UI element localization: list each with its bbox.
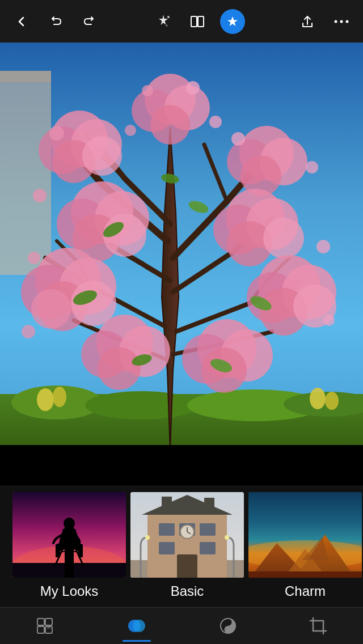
svg-point-24 — [82, 136, 122, 176]
svg-rect-109 — [248, 571, 362, 578]
main-image — [0, 43, 363, 445]
svg-point-106 — [225, 535, 229, 540]
svg-point-53 — [98, 347, 141, 390]
toolbar-left — [10, 10, 101, 33]
filter-label-charm: Charm — [248, 578, 362, 607]
svg-rect-97 — [159, 542, 175, 554]
svg-point-77 — [37, 388, 54, 411]
svg-rect-119 — [37, 626, 44, 633]
filter-item-my-looks[interactable]: My Looks — [12, 485, 126, 607]
svg-point-66 — [142, 85, 153, 96]
compare-button[interactable] — [186, 10, 209, 33]
svg-point-44 — [31, 289, 71, 329]
filter-thumb-charm — [248, 492, 362, 578]
svg-rect-87 — [62, 529, 76, 538]
svg-rect-96 — [200, 523, 216, 536]
svg-point-5 — [335, 20, 337, 23]
svg-point-69 — [231, 132, 245, 146]
svg-rect-3 — [198, 16, 204, 27]
svg-point-1 — [166, 24, 168, 26]
svg-point-7 — [346, 20, 349, 23]
svg-point-70 — [49, 126, 64, 141]
svg-point-71 — [306, 161, 318, 173]
svg-rect-117 — [37, 618, 44, 625]
selective-icon — [218, 616, 238, 635]
redo-button[interactable] — [78, 10, 101, 33]
svg-rect-2 — [191, 16, 197, 27]
crop-icon — [309, 616, 328, 635]
filter-label-basic: Basic — [130, 578, 244, 607]
svg-point-68 — [125, 125, 136, 136]
toolbar-center — [152, 9, 245, 34]
top-toolbar — [0, 0, 363, 43]
favorites-button[interactable] — [220, 9, 245, 34]
undo-button[interactable] — [44, 10, 67, 33]
svg-rect-83 — [12, 563, 126, 578]
svg-point-38 — [263, 218, 304, 259]
svg-point-125 — [227, 628, 230, 631]
svg-rect-10 — [0, 71, 51, 82]
filter-label-my-looks: My Looks — [12, 578, 126, 607]
filter-strip: My Looks — [0, 485, 363, 607]
nav-item-crop[interactable] — [309, 616, 328, 635]
svg-point-74 — [28, 252, 40, 264]
nav-item-edit[interactable] — [125, 615, 148, 637]
svg-point-124 — [227, 621, 230, 624]
share-button[interactable] — [296, 10, 319, 33]
svg-point-72 — [33, 189, 47, 202]
bottom-nav — [0, 607, 363, 644]
svg-point-75 — [323, 315, 335, 326]
svg-point-89 — [64, 518, 75, 529]
svg-rect-99 — [177, 554, 197, 578]
nav-item-selective[interactable] — [218, 616, 238, 635]
svg-point-79 — [310, 388, 326, 409]
presets-icon — [35, 616, 54, 635]
cherry-blossom-image — [0, 43, 363, 445]
svg-point-65 — [186, 81, 200, 95]
svg-rect-93 — [204, 498, 214, 515]
svg-point-122 — [133, 620, 145, 632]
svg-point-104 — [145, 535, 150, 540]
svg-point-6 — [340, 20, 343, 23]
svg-point-76 — [22, 325, 35, 338]
svg-rect-126 — [313, 621, 323, 631]
svg-point-78 — [53, 387, 66, 407]
svg-rect-98 — [200, 542, 216, 554]
svg-rect-92 — [162, 497, 172, 515]
svg-rect-94 — [159, 523, 175, 536]
toolbar-right — [296, 10, 353, 33]
svg-point-80 — [325, 392, 339, 410]
filter-item-charm[interactable]: Charm — [248, 485, 362, 607]
more-options-button[interactable] — [330, 10, 353, 33]
filter-thumb-basic — [130, 492, 244, 578]
svg-rect-88 — [66, 526, 73, 531]
auto-enhance-button[interactable] — [152, 10, 175, 33]
svg-point-13 — [85, 391, 199, 420]
filter-thumb-my-looks — [12, 492, 126, 578]
svg-point-19 — [150, 105, 190, 145]
svg-rect-9 — [0, 71, 51, 275]
back-button[interactable] — [10, 10, 33, 33]
photo-canvas — [0, 43, 363, 445]
nav-item-presets[interactable] — [35, 616, 54, 635]
svg-point-0 — [167, 16, 170, 18]
edit-icon — [125, 615, 148, 637]
svg-point-73 — [316, 240, 330, 253]
svg-point-67 — [209, 116, 222, 128]
filter-item-basic[interactable]: Basic — [130, 485, 244, 607]
